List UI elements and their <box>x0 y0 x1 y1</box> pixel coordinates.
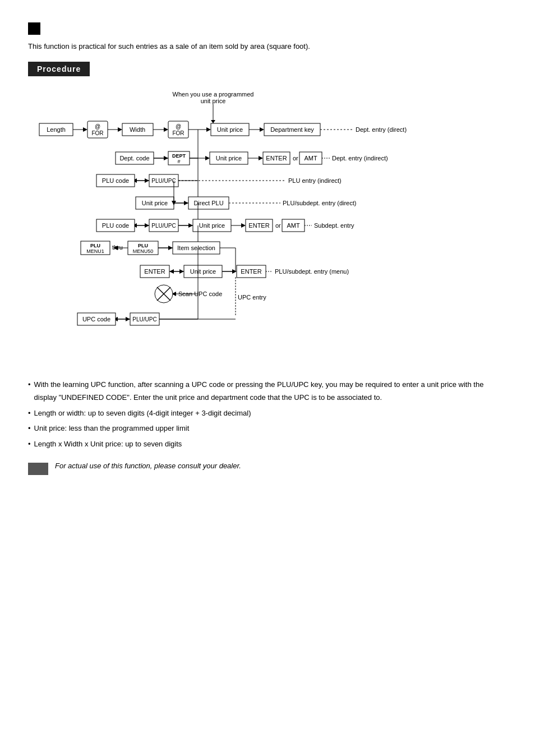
svg-text:PLU code: PLU code <box>102 177 129 184</box>
svg-marker-144 <box>126 317 130 321</box>
svg-text:Length: Length <box>47 126 66 133</box>
svg-text:AMT: AMT <box>287 222 300 229</box>
svg-text:DEPT: DEPT <box>172 153 186 159</box>
svg-text:Width: Width <box>130 126 145 133</box>
svg-text:#: # <box>177 159 180 164</box>
note-item-4: • Length x Width x Unit price: up to sev… <box>28 437 507 450</box>
svg-text:or: or <box>275 222 281 229</box>
svg-text:Scan UPC code: Scan UPC code <box>178 291 222 297</box>
svg-text:PLU entry (indirect): PLU entry (indirect) <box>288 177 342 184</box>
svg-marker-120 <box>179 269 184 274</box>
svg-text:ENTER: ENTER <box>144 268 165 275</box>
svg-text:Department key: Department key <box>270 126 314 133</box>
svg-marker-37 <box>164 156 168 160</box>
procedure-badge: Procedure <box>28 62 90 76</box>
svg-text:PLU: PLU <box>138 243 148 248</box>
svg-marker-70 <box>184 201 188 205</box>
svg-text:Dept. code: Dept. code <box>119 155 149 162</box>
svg-text:Dept. entry (direct): Dept. entry (direct) <box>356 126 407 133</box>
svg-text:Unit price: Unit price <box>216 155 242 162</box>
svg-text:PLU/subdept. entry (direct): PLU/subdept. entry (direct) <box>283 200 356 206</box>
svg-text:ENTER: ENTER <box>241 268 261 275</box>
svg-marker-60 <box>145 178 149 183</box>
note-text-2: Length or width: up to seven digits (4-d… <box>34 407 251 420</box>
note-text-4: Length x Width x Unit price: up to seven… <box>34 437 182 450</box>
svg-text:Unit price: Unit price <box>217 126 243 133</box>
svg-text:PLU: PLU <box>90 243 100 248</box>
svg-text:Subdept. entry: Subdept. entry <box>314 222 354 229</box>
svg-marker-110 <box>168 246 173 250</box>
svg-marker-42 <box>205 156 210 160</box>
svg-marker-83 <box>145 223 149 228</box>
svg-text:ENTER: ENTER <box>266 155 287 162</box>
svg-marker-46 <box>259 156 263 160</box>
svg-text:UPC entry: UPC entry <box>238 294 266 301</box>
svg-marker-16 <box>164 127 168 132</box>
svg-marker-3 <box>211 120 215 123</box>
footer-note: For actual use of this function, please … <box>28 462 507 475</box>
note-item-3: • Unit price: less than the programmed u… <box>28 422 507 435</box>
svg-text:PLU/UPC: PLU/UPC <box>151 223 176 229</box>
svg-marker-91 <box>241 223 246 228</box>
svg-marker-7 <box>83 127 87 132</box>
svg-marker-124 <box>232 269 237 274</box>
intro-text: This function is practical for such entr… <box>28 42 507 50</box>
svg-text:FOR: FOR <box>91 130 103 136</box>
svg-text:ENTER: ENTER <box>248 222 269 229</box>
procedure-diagram: When you use a programmed unit price Len… <box>28 86 510 361</box>
svg-marker-26 <box>260 127 264 132</box>
notes-section: • With the learning UPC function, after … <box>28 378 507 450</box>
svg-text:MENU50: MENU50 <box>133 248 154 254</box>
svg-text:@: @ <box>95 123 100 130</box>
svg-text:or: or <box>293 155 298 162</box>
footer-note-text: For actual use of this function, please … <box>55 462 241 470</box>
note-item-2: • Length or width: up to seven digits (4… <box>28 407 507 420</box>
diagram-container: When you use a programmed unit price Len… <box>28 86 510 361</box>
svg-text:PLU code: PLU code <box>102 222 129 229</box>
note-item-1: • With the learning UPC function, after … <box>28 378 507 404</box>
svg-text:AMT: AMT <box>304 155 317 162</box>
svg-text:PLU/UPC: PLU/UPC <box>132 316 156 322</box>
note-text-1: With the learning UPC function, after sc… <box>34 378 507 404</box>
svg-marker-22 <box>206 127 211 132</box>
svg-marker-87 <box>188 223 193 228</box>
svg-text:unit price: unit price <box>201 98 226 104</box>
svg-text:UPC code: UPC code <box>82 316 110 322</box>
note-text-3: Unit price: less than the programmed upp… <box>34 422 190 435</box>
svg-marker-12 <box>118 127 122 132</box>
footer-color-box <box>28 463 48 475</box>
svg-text:FOR: FOR <box>172 130 184 136</box>
svg-text:Unit price: Unit price <box>142 200 168 206</box>
svg-text:MENU1: MENU1 <box>86 248 104 254</box>
header-square <box>28 22 40 35</box>
svg-text:Item selection: Item selection <box>177 245 215 251</box>
svg-text:Unit price: Unit price <box>199 222 225 229</box>
svg-text:PLU/subdept. entry (menu): PLU/subdept. entry (menu) <box>275 268 349 275</box>
svg-text:Unit price: Unit price <box>190 268 216 275</box>
svg-text:@: @ <box>176 123 181 130</box>
svg-text:PLU/UPC: PLU/UPC <box>151 178 176 184</box>
svg-text:Dept. entry (indirect): Dept. entry (indirect) <box>332 155 388 162</box>
svg-text:When you use a programmed: When you use a programmed <box>173 91 254 98</box>
svg-text:thru: thru <box>112 244 123 251</box>
